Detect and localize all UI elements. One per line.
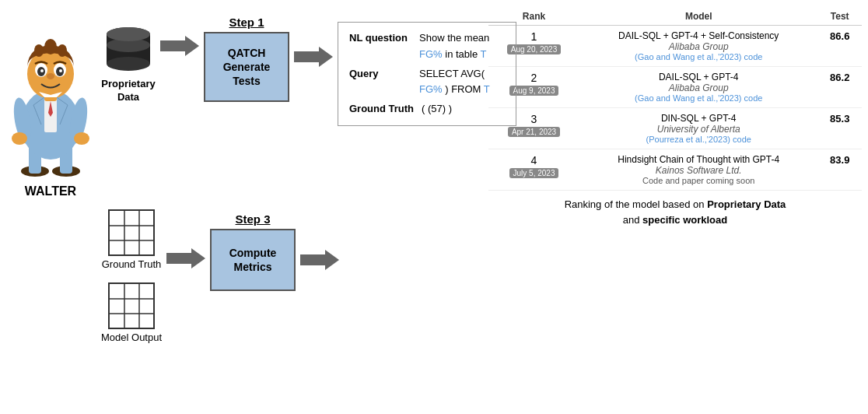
model-cell: DAIL-SQL + GPT-4 + Self-ConsistencyAliba… bbox=[579, 26, 817, 67]
svg-point-27 bbox=[107, 27, 150, 41]
step3-box: Compute Metrics bbox=[210, 229, 296, 291]
output-grid: Model Output bbox=[101, 282, 162, 343]
svg-point-9 bbox=[12, 132, 27, 145]
step1-wrapper: Step 1 QATCH Generate Tests bbox=[204, 16, 289, 102]
query-t-highlight: T bbox=[484, 83, 490, 95]
table-row: 4July 5, 2023Hindsight Chain of Thought … bbox=[488, 149, 862, 191]
svg-point-25 bbox=[107, 57, 150, 71]
step1-box: QATCH Generate Tests bbox=[204, 32, 289, 102]
col-test: Test bbox=[817, 8, 862, 26]
svg-rect-35 bbox=[109, 283, 154, 328]
gt-label: Ground Truth bbox=[349, 101, 414, 118]
table-row: 2Aug 9, 2023DAIL-SQL + GPT-4Alibaba Grou… bbox=[488, 67, 862, 108]
character-section: WALTER bbox=[8, 23, 93, 198]
query-value: SELECT AVG( FG% ) FROM T bbox=[419, 66, 505, 99]
gt-grid-label: Ground Truth bbox=[102, 258, 162, 270]
score-cell: 85.3 bbox=[817, 108, 862, 149]
top-flow: Proprietary Data Step 1 QATCH Generate bbox=[101, 16, 516, 126]
bottom-flow: Ground Truth Model Output bbox=[101, 206, 339, 343]
query-fg-highlight: FG% bbox=[419, 83, 443, 95]
table-row: 3Apr 21, 2023DIN-SQL + GPT-4University o… bbox=[488, 108, 862, 149]
query-label: Query bbox=[349, 66, 411, 99]
database-icon bbox=[101, 23, 156, 78]
model-cell: DAIL-SQL + GPT-4Alibaba Group(Gao and Wa… bbox=[579, 67, 817, 108]
right-section: Rank Model Test 1Aug 20, 2023DAIL-SQL + … bbox=[482, 0, 868, 414]
model-cell: Hindsight Chain of Thought with GPT-4Kai… bbox=[579, 149, 817, 191]
step1-label: Step 1 bbox=[229, 16, 264, 29]
output-grid-icon bbox=[108, 282, 155, 329]
gt-grid: Ground Truth bbox=[102, 209, 162, 270]
step3-label: Step 3 bbox=[236, 212, 271, 226]
arrow2 bbox=[294, 44, 333, 70]
svg-point-18 bbox=[59, 69, 62, 72]
db-label: Proprietary Data bbox=[101, 78, 155, 104]
gt-value: ( (57) ) bbox=[422, 101, 452, 118]
arrow3 bbox=[166, 245, 205, 272]
score-cell: 86.2 bbox=[817, 67, 862, 108]
result-box: NL question Show the mean FG% in table T… bbox=[338, 22, 516, 126]
db-wrapper: Proprietary Data bbox=[101, 16, 156, 104]
rank-cell: 4July 5, 2023 bbox=[488, 149, 579, 191]
step3-wrapper: Step 3 Compute Metrics bbox=[210, 212, 296, 291]
score-cell: 83.9 bbox=[817, 149, 862, 191]
svg-point-19 bbox=[47, 73, 54, 79]
svg-point-21 bbox=[34, 44, 44, 57]
character-name: WALTER bbox=[8, 184, 93, 198]
svg-marker-41 bbox=[300, 250, 339, 270]
leaderboard-footer: Ranking of the model based on Proprietar… bbox=[488, 197, 862, 227]
col-model: Model bbox=[579, 8, 817, 26]
svg-marker-28 bbox=[160, 36, 199, 56]
walter-svg bbox=[12, 23, 89, 179]
svg-rect-30 bbox=[109, 210, 154, 255]
nl-t-highlight: T bbox=[481, 48, 487, 60]
score-cell: 86.6 bbox=[817, 26, 862, 67]
svg-point-17 bbox=[40, 69, 44, 72]
grid-icons: Ground Truth Model Output bbox=[101, 209, 162, 343]
nl-fg-highlight: FG% bbox=[419, 48, 443, 60]
svg-point-10 bbox=[74, 132, 89, 145]
svg-point-22 bbox=[58, 44, 67, 57]
leaderboard-table: Rank Model Test 1Aug 20, 2023DAIL-SQL + … bbox=[488, 8, 862, 191]
svg-point-20 bbox=[44, 39, 57, 54]
nl-label: NL question bbox=[349, 30, 411, 63]
table-row: 1Aug 20, 2023DAIL-SQL + GPT-4 + Self-Con… bbox=[488, 26, 862, 67]
main-container: WALTER Proprietary bbox=[0, 0, 868, 414]
nl-value: Show the mean FG% in table T bbox=[419, 30, 505, 63]
model-cell: DIN-SQL + GPT-4University of Alberta(Pou… bbox=[579, 108, 817, 149]
svg-marker-40 bbox=[166, 248, 205, 268]
arrow1 bbox=[160, 33, 199, 59]
svg-marker-29 bbox=[294, 47, 333, 67]
left-section: WALTER Proprietary bbox=[0, 0, 482, 414]
arrow4 bbox=[300, 247, 339, 273]
output-grid-label: Model Output bbox=[101, 332, 162, 343]
gt-grid-icon bbox=[108, 209, 155, 256]
